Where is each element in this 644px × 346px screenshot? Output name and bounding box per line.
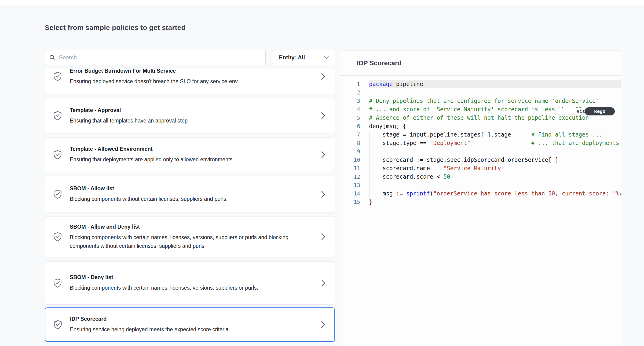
shield-check-icon [46,320,70,330]
code-text [369,181,621,189]
chevron-right-icon[interactable] [321,176,325,212]
code-line: 12 scorecard.score < 50 [340,173,621,181]
policy-list: Error Budget Burndown For Multi Service … [45,69,335,346]
policy-card-text: SBOM - Deny list Blocking components wit… [70,274,335,292]
policy-card[interactable]: Error Budget Burndown For Multi Service … [45,69,335,94]
line-number: 12 [340,174,360,180]
search-box[interactable] [45,50,266,65]
line-number: 15 [340,199,360,205]
policy-card[interactable]: Template - Approval Ensuring that all te… [45,98,335,133]
preview-title: IDP Scorecard [357,59,402,67]
line-number: 4 [340,106,360,112]
policy-card[interactable]: IDP Scorecard Ensuring service being dep… [45,308,335,342]
policy-card-text: IDP Scorecard Ensuring service being dep… [70,315,334,334]
policy-description: Ensuring that all templates have an appr… [70,116,306,125]
chevron-right-icon[interactable] [321,308,325,341]
line-number: 1 [340,81,360,87]
policy-card-text: SBOM - Allow list Blocking components wi… [70,185,335,203]
code-text: deny[msg] { [369,122,621,130]
policy-title: Template - Approval [70,107,306,114]
search-icon [49,54,55,60]
code-text: stage.type == "Deployment" # ... that ar… [369,139,621,147]
policy-description: Ensuring that deployments are applied on… [70,155,306,164]
entity-filter-dropdown[interactable]: Entity: All [272,50,335,65]
shield-check-icon [45,111,70,121]
code-text: scorecard := stage.spec.idpScorecard.ord… [369,156,621,164]
entity-filter-label: Entity: All [279,54,305,61]
rego-code-editor[interactable]: 1package pipeline23# Deny pipelines that… [340,76,621,206]
policy-title: Error Budget Burndown For Multi Service [70,69,306,74]
indent-guide [370,130,370,198]
policy-description: Blocking components with certain names, … [70,284,306,292]
line-number: 13 [340,182,360,188]
policy-title: SBOM - Allow and Deny list [70,223,306,230]
line-number: 10 [340,157,360,163]
code-text: # Absence of either of these will not ha… [369,114,621,122]
policy-preview-panel: IDP Scorecard 1package pipeline23# Deny … [340,50,621,346]
toggle-option-rego[interactable]: Rego [585,107,615,115]
code-text: } [369,198,621,206]
chevron-right-icon[interactable] [321,98,325,133]
code-text [369,147,621,156]
shield-check-icon [45,150,70,160]
code-line: 13 [340,181,621,189]
policy-title: SBOM - Deny list [70,274,306,281]
code-line: 7 stage = input.pipeline.stages[_].stage… [340,130,621,139]
policy-description: Blocking components with certain names, … [70,233,306,250]
preview-header: IDP Scorecard [340,51,621,76]
chevron-right-icon[interactable] [321,69,325,94]
code-line: 9 [340,147,621,156]
policy-card-text: Template - Approval Ensuring that all te… [70,107,335,125]
shield-check-icon [45,278,70,288]
chevron-right-icon[interactable] [321,138,325,172]
line-number: 9 [340,148,360,155]
chevron-right-icon[interactable] [321,262,325,304]
code-text: package pipeline [369,80,621,88]
code-line: 2 [340,88,621,97]
code-text: msg := sprintf("orderService has score l… [369,189,621,198]
policy-card-text: SBOM - Allow and Deny list Blocking comp… [70,223,335,250]
shield-check-icon [45,232,70,242]
policy-description: Ensuring deployed service doesn't breach… [70,77,306,86]
chevron-right-icon[interactable] [321,217,325,257]
policy-card[interactable]: SBOM - Deny list Blocking components wit… [45,261,335,305]
code-line: 15} [340,198,621,206]
policy-card[interactable]: SBOM - Allow and Deny list Blocking comp… [45,217,335,257]
policy-description: Ensuring service being deployed meets th… [70,325,306,334]
policy-description: Blocking components without certain lice… [70,195,306,203]
line-number: 8 [340,140,360,146]
code-text: scorecard.name == "Service Maturity" [369,164,621,173]
line-number: 5 [340,115,360,121]
code-text: # Deny pipelines that are configured for… [369,97,621,105]
policy-card[interactable]: Template - Allowed Environment Ensuring … [45,137,335,172]
line-number: 2 [340,89,360,96]
visual-rego-toggle[interactable]: Visual Rego [556,108,614,115]
code-text [369,88,621,97]
policy-card-text: Error Budget Burndown For Multi Service … [70,69,335,86]
line-number: 14 [340,191,360,197]
policy-card-text: Template - Allowed Environment Ensuring … [70,145,335,164]
policy-title: Template - Allowed Environment [70,145,306,152]
page-title: Select from sample policies to get start… [45,23,186,32]
code-line: 14 msg := sprintf("orderService has scor… [340,189,621,198]
search-input[interactable] [59,54,261,61]
policy-card[interactable]: SBOM - Allow list Blocking components wi… [45,176,335,212]
shield-check-icon [45,189,70,199]
line-number: 7 [340,132,360,138]
code-line: 6deny[msg] { [340,122,621,130]
code-text: stage = input.pipeline.stages[_].stage #… [369,130,621,139]
code-line: 3# Deny pipelines that are configured fo… [340,97,621,105]
policy-samples-screen: Select from sample policies to get start… [0,0,644,346]
policy-title: SBOM - Allow list [70,185,306,192]
shield-check-icon [45,71,70,81]
code-line: 11 scorecard.name == "Service Maturity" [340,164,621,173]
line-number: 3 [340,98,360,104]
code-line: 5# Absence of either of these will not h… [340,114,621,122]
chevron-down-icon [324,56,329,59]
top-window-divider [0,0,644,5]
code-line: 8 stage.type == "Deployment" # ... that … [340,139,621,147]
code-line: 10 scorecard := stage.spec.idpScorecard.… [340,156,621,164]
code-text: scorecard.score < 50 [369,173,621,181]
policy-title: IDP Scorecard [70,315,306,322]
line-number: 11 [340,165,360,171]
